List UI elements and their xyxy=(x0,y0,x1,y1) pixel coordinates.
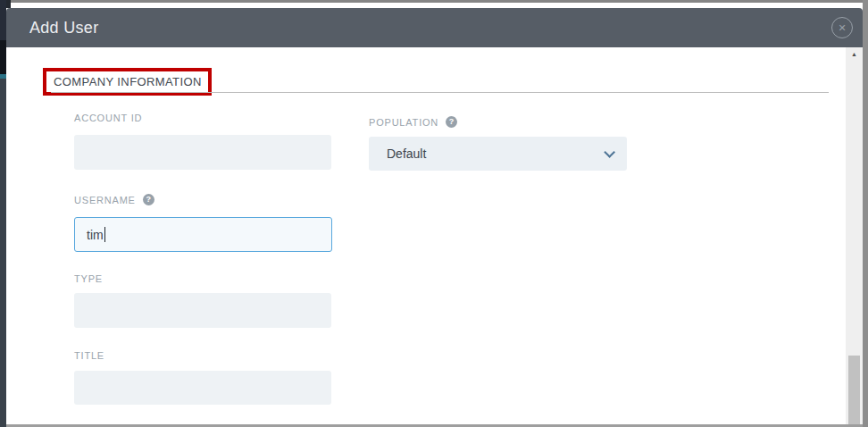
population-selected-value: Default xyxy=(387,147,604,161)
modal-header: Add User ✕ xyxy=(6,8,863,47)
background-top-edge xyxy=(11,0,863,3)
account-id-label: ACCOUNT ID xyxy=(74,113,142,123)
text-caret xyxy=(104,227,105,242)
close-icon[interactable]: ✕ xyxy=(831,17,853,38)
scrollbar[interactable]: ▲ xyxy=(846,47,863,424)
username-value: tim xyxy=(87,228,104,242)
help-icon[interactable]: ? xyxy=(446,116,457,128)
username-label: USERNAME ? xyxy=(74,194,154,205)
chevron-down-icon xyxy=(604,147,615,158)
background-nav-strip xyxy=(0,40,6,74)
add-user-modal: Add User ✕ COMPANY INFORMATION ACCOUNT I… xyxy=(6,8,863,424)
title-input[interactable] xyxy=(74,371,331,405)
modal-title: Add User xyxy=(29,8,98,47)
username-input[interactable]: tim xyxy=(74,217,332,252)
title-label: TITLE xyxy=(74,350,104,361)
type-label: TYPE xyxy=(74,273,103,284)
scrollbar-thumb[interactable] xyxy=(848,356,860,424)
background-nav-strip xyxy=(0,79,6,427)
population-label: POPULATION ? xyxy=(369,116,457,128)
background-right-edge xyxy=(863,0,868,427)
type-input[interactable] xyxy=(74,293,331,328)
background-nav-strip xyxy=(0,0,6,40)
section-divider xyxy=(51,92,829,93)
modal-body: COMPANY INFORMATION ACCOUNT ID USERNAME … xyxy=(6,47,863,424)
help-icon[interactable]: ? xyxy=(143,194,154,205)
account-id-input[interactable] xyxy=(74,135,331,170)
scroll-up-arrow-icon[interactable]: ▲ xyxy=(846,47,863,62)
section-heading: COMPANY INFORMATION xyxy=(54,75,202,88)
population-select[interactable]: Default xyxy=(369,137,627,171)
